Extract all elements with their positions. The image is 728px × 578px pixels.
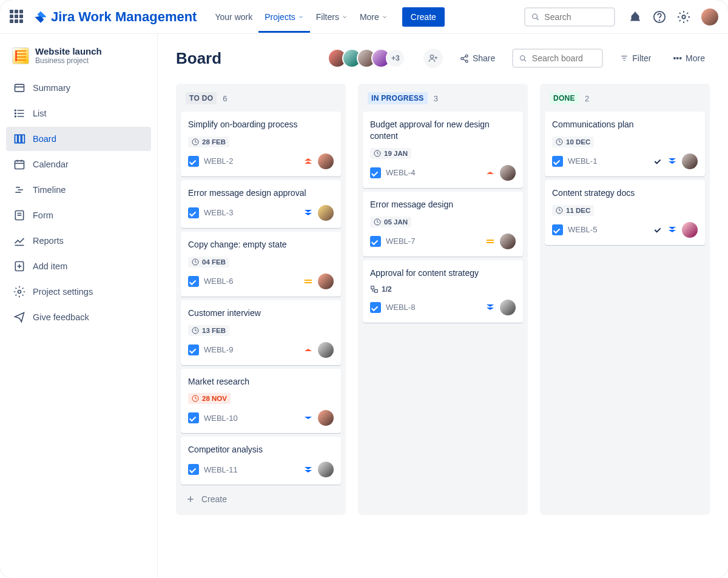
project-header[interactable]: Website launch Business project <box>6 46 151 76</box>
clock-icon <box>192 395 199 402</box>
avatar-stack[interactable]: +3 <box>332 49 405 68</box>
sidebar-label: Reports <box>33 236 64 246</box>
assignee-avatar[interactable] <box>318 205 334 221</box>
sidebar-item-list[interactable]: List <box>6 101 151 126</box>
column-title[interactable]: DONE <box>550 92 579 104</box>
board-search-input[interactable] <box>532 53 596 63</box>
card-title: Customer interview <box>188 307 334 319</box>
reports-icon <box>13 235 25 247</box>
nav-item-filters[interactable]: Filters <box>310 1 354 33</box>
task-type-icon <box>188 344 199 355</box>
priority-high-icon <box>303 345 313 355</box>
notifications-icon[interactable] <box>629 10 642 24</box>
assignee-avatar[interactable] <box>500 234 516 249</box>
clock-icon <box>192 258 199 266</box>
due-date-chip: 19 JAN <box>370 148 411 159</box>
add-people-button[interactable] <box>423 49 443 68</box>
product-logo[interactable]: Jira Work Management <box>34 9 197 25</box>
sidebar-label: List <box>33 109 47 118</box>
assignee-avatar[interactable] <box>318 410 334 426</box>
card[interactable]: Budget approval for new design content 1… <box>363 112 523 188</box>
sidebar-item-add-item[interactable]: Add item <box>6 254 151 278</box>
settings-icon[interactable] <box>677 10 690 24</box>
card[interactable]: Error message design 05 JAN WEBL-7 <box>363 192 523 257</box>
nav-label: Filters <box>316 12 339 22</box>
assignee-avatar[interactable] <box>318 342 334 358</box>
priority-medium-icon <box>485 237 495 246</box>
sidebar-label: Form <box>33 210 53 220</box>
assignee-avatar[interactable] <box>500 165 516 181</box>
assignee-avatar[interactable] <box>500 300 516 315</box>
svg-rect-5 <box>15 84 24 92</box>
card[interactable]: Communications plan 10 DEC WEBL-1 <box>545 112 705 176</box>
card[interactable]: Error message design approval WEBL-3 <box>181 180 341 228</box>
sidebar-label: Calendar <box>33 160 69 169</box>
card[interactable]: Market research 28 NOV WEBL-10 <box>181 369 341 434</box>
assignee-avatar[interactable] <box>682 153 698 169</box>
priority-high-icon <box>485 168 495 178</box>
board-icon <box>13 133 25 145</box>
card[interactable]: Competitor analysis WEBL-11 <box>181 437 341 485</box>
profile-avatar[interactable] <box>701 8 718 25</box>
sidebar-item-reports[interactable]: Reports <box>6 229 151 253</box>
issue-key: WEBL-4 <box>386 168 415 177</box>
assignee-avatar[interactable] <box>318 153 334 169</box>
card[interactable]: Approval for content strategy 1/2 WEBL-8 <box>363 260 523 323</box>
card[interactable]: Copy change: empty state 04 FEB WEBL-6 <box>181 232 341 297</box>
filter-button[interactable]: Filter <box>615 50 656 67</box>
global-search[interactable] <box>524 7 615 27</box>
column-header: IN PROGRESS 3 <box>363 92 523 112</box>
nav-item-more[interactable]: More <box>354 1 394 33</box>
nav-label: More <box>360 12 379 22</box>
nav-item-projects[interactable]: Projects <box>258 1 310 33</box>
column-count: 6 <box>223 94 227 103</box>
jira-icon <box>34 10 47 24</box>
help-icon[interactable] <box>653 10 666 24</box>
svg-point-33 <box>465 55 468 57</box>
calendar-icon <box>13 158 25 170</box>
column-title[interactable]: TO DO <box>186 92 217 104</box>
svg-rect-15 <box>22 135 24 143</box>
column-title[interactable]: IN PROGRESS <box>368 92 428 104</box>
issue-key: WEBL-8 <box>386 303 415 312</box>
create-button[interactable]: Create <box>402 7 445 27</box>
assignee-avatar[interactable] <box>318 274 334 289</box>
svg-rect-52 <box>375 289 378 292</box>
svg-rect-13 <box>15 135 18 143</box>
nav-item-your-work[interactable]: Your work <box>209 1 258 33</box>
assignee-avatar[interactable] <box>682 222 698 238</box>
sidebar-item-calendar[interactable]: Calendar <box>6 152 151 176</box>
priority-highest-icon <box>303 156 313 166</box>
sidebar-item-board[interactable]: Board <box>6 127 151 151</box>
global-search-input[interactable] <box>544 12 608 22</box>
share-button[interactable]: Share <box>455 50 500 67</box>
due-date-chip: 05 JAN <box>370 217 411 227</box>
task-type-icon <box>188 412 199 423</box>
more-button[interactable]: ••• More <box>668 50 710 67</box>
svg-point-10 <box>15 110 16 111</box>
priority-medium-icon <box>303 277 313 286</box>
column-count: 2 <box>585 94 589 103</box>
create-card-button[interactable]: Create <box>181 488 341 510</box>
card[interactable]: Content strategy docs 11 DEC WEBL-5 <box>545 180 705 245</box>
sidebar-item-timeline[interactable]: Timeline <box>6 178 151 202</box>
card[interactable]: Customer interview 13 FEB WEBL-9 <box>181 300 341 365</box>
svg-line-39 <box>524 59 526 61</box>
project-icon <box>12 47 29 64</box>
board-columns: TO DO 6 Simplify on-boarding process 28 … <box>176 84 710 515</box>
app-switcher-icon[interactable] <box>10 10 24 24</box>
board-search[interactable] <box>512 49 603 68</box>
avatar-overflow[interactable]: +3 <box>386 49 405 68</box>
sidebar-item-form[interactable]: Form <box>6 203 151 227</box>
sidebar-item-project-settings[interactable]: Project settings <box>6 280 151 304</box>
sidebar-item-summary[interactable]: Summary <box>6 76 151 100</box>
assignee-avatar[interactable] <box>318 462 334 477</box>
card[interactable]: Simplify on-boarding process 28 FEB WEBL… <box>181 112 341 176</box>
task-type-icon <box>552 224 563 235</box>
column-header: DONE 2 <box>545 92 705 112</box>
clock-icon <box>192 138 199 146</box>
due-date-chip: 13 FEB <box>188 325 229 336</box>
card-title: Competitor analysis <box>188 444 334 455</box>
sidebar-item-give-feedback[interactable]: Give feedback <box>6 305 151 329</box>
priority-lowest-icon <box>667 225 677 235</box>
